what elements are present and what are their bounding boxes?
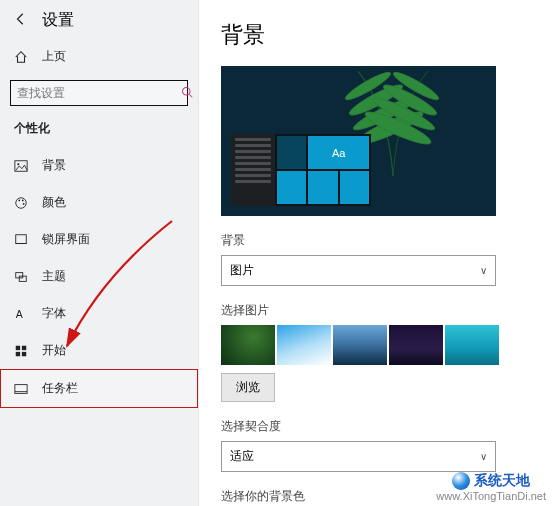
background-type-label: 背景 xyxy=(221,232,538,249)
browse-button[interactable]: 浏览 xyxy=(221,373,275,402)
home-icon xyxy=(14,50,28,64)
search-icon xyxy=(173,86,201,101)
thumbnail-night[interactable] xyxy=(389,325,443,365)
svg-rect-14 xyxy=(22,345,26,349)
svg-text:A: A xyxy=(16,307,23,319)
search-input[interactable] xyxy=(11,81,173,105)
preview-start-menu: Aa xyxy=(231,134,371,206)
svg-point-4 xyxy=(16,197,27,208)
palette-icon xyxy=(14,196,28,210)
lock-screen-icon xyxy=(14,233,28,247)
svg-point-3 xyxy=(17,163,19,165)
thumbnail-sea[interactable] xyxy=(445,325,499,365)
main-panel: 背景 xyxy=(199,0,552,506)
fit-label: 选择契合度 xyxy=(221,418,538,435)
sidebar-item-colors[interactable]: 颜色 xyxy=(0,184,198,221)
home-label: 上页 xyxy=(42,48,66,65)
thumbnail-fern[interactable] xyxy=(221,325,275,365)
sidebar-item-label: 字体 xyxy=(42,305,66,322)
sidebar-section-heading: 个性化 xyxy=(0,114,198,147)
svg-rect-13 xyxy=(16,345,20,349)
page-title: 背景 xyxy=(221,20,538,50)
sidebar-item-label: 锁屏界面 xyxy=(42,231,90,248)
svg-rect-8 xyxy=(16,234,27,243)
watermark-url: www.XiTongTianDi.net xyxy=(436,490,546,502)
sidebar-item-label: 任务栏 xyxy=(42,380,78,397)
taskbar-icon xyxy=(14,382,28,396)
home-row[interactable]: 上页 xyxy=(0,39,198,74)
sidebar-item-label: 背景 xyxy=(42,157,66,174)
svg-point-7 xyxy=(23,203,25,205)
fit-dropdown[interactable]: 适应 ∨ xyxy=(221,441,496,472)
font-icon: A xyxy=(14,307,28,321)
dropdown-value: 图片 xyxy=(230,262,254,279)
arrow-left-icon xyxy=(14,12,28,26)
sidebar-item-start[interactable]: 开始 xyxy=(0,332,198,369)
sidebar-item-label: 开始 xyxy=(42,342,66,359)
watermark-brand: 系统天地 xyxy=(474,472,530,490)
svg-line-1 xyxy=(189,94,192,97)
app-title: 设置 xyxy=(42,10,74,31)
start-icon xyxy=(14,344,28,358)
svg-point-0 xyxy=(183,87,191,95)
background-type-dropdown[interactable]: 图片 ∨ xyxy=(221,255,496,286)
search-wrap xyxy=(10,80,188,106)
sidebar-item-themes[interactable]: 主题 xyxy=(0,258,198,295)
svg-rect-15 xyxy=(16,351,20,355)
sidebar: 设置 上页 个性化 背景 颜色 锁屏界面 xyxy=(0,0,199,506)
svg-point-6 xyxy=(22,199,24,201)
svg-rect-16 xyxy=(22,351,26,355)
sidebar-item-label: 颜色 xyxy=(42,194,66,211)
choose-image-label: 选择图片 xyxy=(221,302,538,319)
sidebar-header: 设置 xyxy=(0,0,198,39)
dropdown-value: 适应 xyxy=(230,448,254,465)
chevron-down-icon: ∨ xyxy=(480,265,487,276)
sidebar-item-taskbar[interactable]: 任务栏 xyxy=(0,369,198,408)
search-box[interactable] xyxy=(10,80,188,106)
thumbnail-mountain[interactable] xyxy=(333,325,387,365)
image-thumbnails xyxy=(221,325,538,365)
image-icon xyxy=(14,159,28,173)
sidebar-item-background[interactable]: 背景 xyxy=(0,147,198,184)
watermark-logo-icon xyxy=(452,472,470,490)
theme-icon xyxy=(14,270,28,284)
sidebar-item-label: 主题 xyxy=(42,268,66,285)
back-button[interactable] xyxy=(14,12,28,29)
watermark: 系统天地 www.XiTongTianDi.net xyxy=(436,472,546,502)
thumbnail-windows-light[interactable] xyxy=(277,325,331,365)
svg-point-5 xyxy=(18,199,20,201)
sidebar-item-fonts[interactable]: A 字体 xyxy=(0,295,198,332)
sidebar-item-lockscreen[interactable]: 锁屏界面 xyxy=(0,221,198,258)
preview-sample-text: Aa xyxy=(308,136,369,169)
desktop-preview: Aa xyxy=(221,66,496,216)
chevron-down-icon: ∨ xyxy=(480,451,487,462)
